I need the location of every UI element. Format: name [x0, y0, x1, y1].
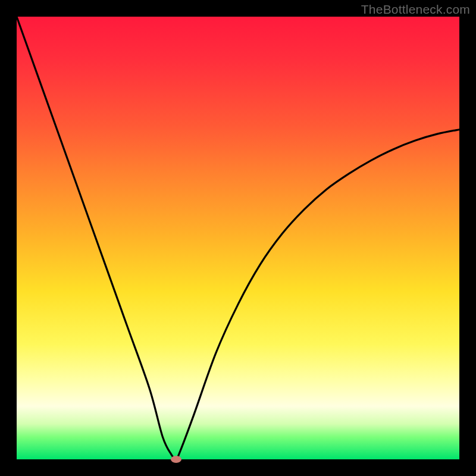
watermark-text: TheBottleneck.com: [361, 2, 470, 17]
optimal-point-marker: [171, 456, 181, 463]
plot-area: [17, 17, 459, 459]
bottleneck-curve: [17, 17, 459, 459]
